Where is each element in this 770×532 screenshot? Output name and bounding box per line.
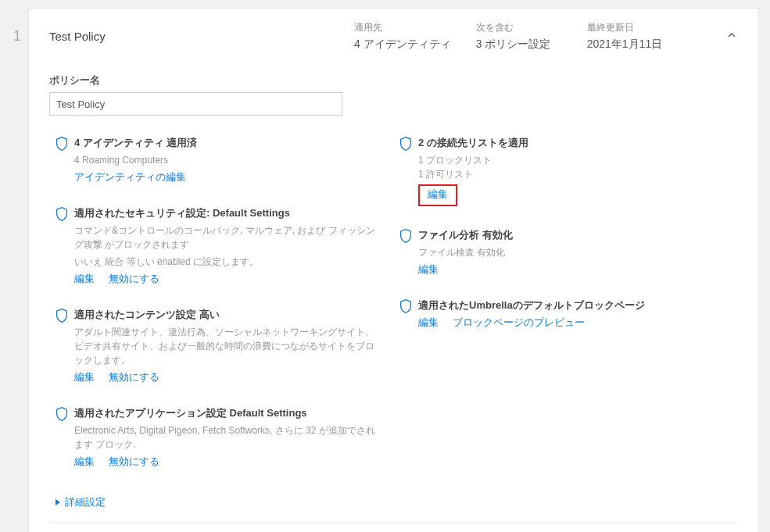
- fileanalysis-edit-link[interactable]: 編集: [418, 263, 439, 275]
- shield-icon: [56, 308, 74, 384]
- content-disable-link[interactable]: 無効にする: [109, 371, 159, 383]
- content-title: 適用されたコンテンツ設定 高い: [74, 308, 378, 322]
- meta-group: 適用先 4 アイデンティティ 次を含む 3 ポリシー設定 最終更新日 2021年…: [354, 21, 725, 52]
- contains-label: 次を含む: [476, 21, 562, 34]
- applied-to-value: 4 アイデンティティ: [354, 37, 451, 52]
- updated-label: 最終更新日: [587, 21, 673, 34]
- blockpage-preview-link[interactable]: ブロックページのプレビュー: [453, 316, 585, 328]
- shield-icon: [399, 136, 418, 206]
- chevron-up-icon: [725, 29, 738, 41]
- destlists-title: 2 の接続先リストを適用: [418, 136, 722, 150]
- content-desc: アダルト関連サイト、違法行為、ソーシャルネットワーキングサイト、ビデオ共有サイト…: [74, 325, 378, 367]
- policy-name-input[interactable]: [49, 92, 342, 116]
- policy-title: Test Policy: [49, 30, 354, 43]
- security-disable-link[interactable]: 無効にする: [109, 273, 159, 284]
- security-desc-2: いいえ 統合 等しい enabled に設定します。: [74, 255, 378, 269]
- destlists-desc-2: 1 許可リスト: [418, 167, 722, 181]
- updated-value: 2021年1月11日: [587, 37, 673, 52]
- contains-value: 3 ポリシー設定: [476, 37, 562, 52]
- advanced-label: 詳細設定: [65, 495, 106, 509]
- app-edit-link[interactable]: 編集: [74, 455, 95, 467]
- row-number: 1: [6, 8, 28, 532]
- identities-edit-link[interactable]: アイデンティティの編集: [74, 171, 186, 183]
- content-edit-link[interactable]: 編集: [74, 371, 95, 383]
- destlists-desc-1: 1 ブロックリスト: [418, 153, 722, 167]
- app-desc: Electronic Arts, Digital Pigeon, Fetch S…: [74, 423, 378, 452]
- shield-icon: [56, 136, 74, 184]
- blockpage-edit-link[interactable]: 編集: [418, 316, 439, 328]
- security-edit-link[interactable]: 編集: [74, 273, 95, 284]
- blockpage-title: 適用されたUmbrellaのデフォルトブロックページ: [418, 298, 722, 312]
- policy-name-label: ポリシー名: [49, 73, 738, 87]
- policy-card: Test Policy 適用先 4 アイデンティティ 次を含む 3 ポリシー設定…: [28, 8, 759, 532]
- security-title: 適用されたセキュリティ設定: Default Settings: [74, 206, 378, 220]
- identities-title: 4 アイデンティティ 適用済: [74, 136, 378, 150]
- shield-icon: [56, 406, 74, 469]
- caret-right-icon: [54, 498, 62, 506]
- fileanalysis-desc: ファイル検査 有効化: [418, 245, 722, 259]
- identities-desc: 4 Roaming Computers: [74, 153, 378, 167]
- shield-icon: [399, 228, 418, 277]
- collapse-toggle[interactable]: [725, 29, 738, 44]
- advanced-toggle[interactable]: 詳細設定: [54, 495, 738, 509]
- destlists-edit-link[interactable]: 編集: [428, 188, 448, 200]
- app-title: 適用されたアプリケーション設定 Default Settings: [74, 406, 378, 420]
- app-disable-link[interactable]: 無効にする: [109, 455, 159, 467]
- shield-icon: [399, 298, 418, 330]
- card-header: Test Policy 適用先 4 アイデンティティ 次を含む 3 ポリシー設定…: [29, 9, 758, 73]
- shield-icon: [56, 206, 74, 286]
- applied-to-label: 適用先: [354, 21, 451, 34]
- destlists-edit-highlight: 編集: [418, 184, 457, 206]
- security-desc-1: コマンド&コントロールのコールバック, マルウェア, および フィッシング攻撃 …: [74, 223, 378, 252]
- fileanalysis-title: ファイル分析 有効化: [418, 228, 722, 242]
